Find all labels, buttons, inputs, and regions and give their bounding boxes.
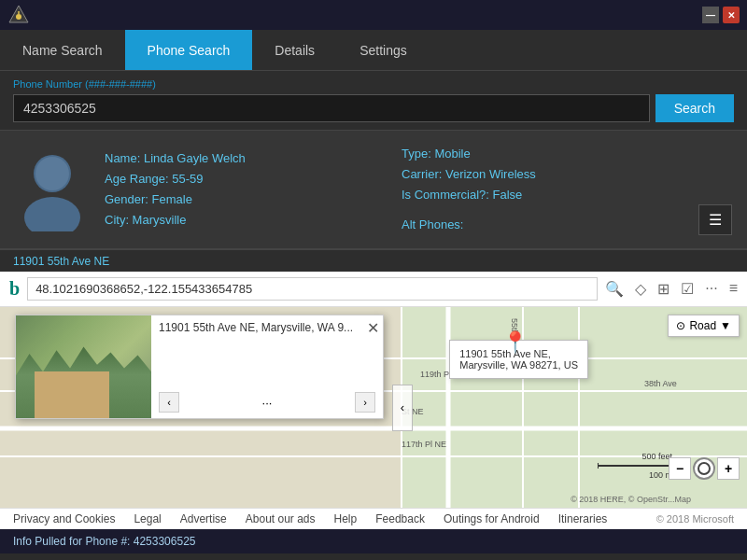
title-bar: — ✕ <box>0 0 747 30</box>
footer-outings[interactable]: Outings for Android <box>444 512 540 525</box>
footer-legal[interactable]: Legal <box>134 512 161 525</box>
hamburger-button[interactable]: ☰ <box>698 204 732 235</box>
minimize-button[interactable]: — <box>702 7 719 23</box>
map-background: 38th Ave 55th Ave NE 119th Pl NE St NE 1… <box>0 307 747 508</box>
profile-card: Name: Linda Gayle Welch Age Range: 55-59… <box>0 131 747 250</box>
road-icon: ⊙ <box>676 319 685 332</box>
footer-help[interactable]: Help <box>334 512 358 525</box>
zoom-slider[interactable] <box>693 457 715 480</box>
footer-advertise[interactable]: Advertise <box>180 512 227 525</box>
tab-phone-search[interactable]: Phone Search <box>125 30 253 70</box>
footer: Privacy and Cookies Legal Advertise Abou… <box>0 508 747 529</box>
map-popup-image <box>16 315 151 418</box>
map-popup-nav-prev[interactable]: ‹ <box>159 392 179 413</box>
svg-point-5 <box>35 157 69 190</box>
zoom-minus-button[interactable]: − <box>669 457 691 480</box>
scale-bar: 500 feet 100 m <box>598 452 672 480</box>
map-popup-nav-next[interactable]: › <box>355 392 375 413</box>
bing-toolbar: 🔍 ◇ ⊞ ☑ ··· ≡ <box>605 280 738 298</box>
avatar <box>15 147 90 231</box>
map-pin: 📍 <box>502 330 528 355</box>
zoom-controls: − + <box>669 457 740 480</box>
bing-dots-icon[interactable]: ··· <box>705 280 717 298</box>
profile-carrier: Carrier: Verizon Wireless <box>402 164 684 185</box>
tab-settings[interactable]: Settings <box>337 30 430 70</box>
search-row: Search <box>13 94 734 122</box>
map-popup-controls: ‹ ··· › <box>159 392 375 413</box>
profile-info-left: Name: Linda Gayle Welch Age Range: 55-59… <box>105 148 387 231</box>
address-bar: 11901 55th Ave NE <box>0 250 747 272</box>
svg-text:38th Ave: 38th Ave <box>644 379 677 388</box>
road-type-label: Road <box>689 319 716 332</box>
road-type-selector[interactable]: ⊙ Road ▼ <box>668 315 740 337</box>
profile-city: City: Marysville <box>105 210 387 231</box>
zoom-plus-button[interactable]: + <box>717 457 740 480</box>
bing-menu-icon[interactable]: ≡ <box>729 280 738 298</box>
close-button[interactable]: ✕ <box>723 7 740 23</box>
map-nav-arrow[interactable]: ‹ <box>392 385 413 431</box>
map-popup-close-button[interactable]: ✕ <box>367 319 379 337</box>
map-container[interactable]: 38th Ave 55th Ave NE 119th Pl NE St NE 1… <box>0 307 747 508</box>
map-popup-dots[interactable]: ··· <box>262 396 273 410</box>
app-logo-icon <box>7 4 30 26</box>
profile-type: Type: Mobile <box>402 144 684 164</box>
footer-about-ads[interactable]: About our ads <box>246 512 316 525</box>
profile-name: Name: Linda Gayle Welch <box>105 148 387 169</box>
footer-privacy[interactable]: Privacy and Cookies <box>13 512 115 525</box>
map-info-line2: Marysville, WA 98271, US <box>459 359 578 371</box>
svg-point-4 <box>24 197 80 231</box>
footer-feedback[interactable]: Feedback <box>375 512 425 525</box>
phone-input[interactable] <box>13 94 650 122</box>
svg-text:117th Pl NE: 117th Pl NE <box>402 440 446 449</box>
bing-check-icon[interactable]: ☑ <box>681 280 694 298</box>
map-popup-card: 11901 55th Ave NE, Marysville, WA 9... ‹… <box>15 315 384 419</box>
phone-number-label: Phone Number (###-###-####) <box>13 78 734 90</box>
map-popup-address: 11901 55th Ave NE, Marysville, WA 9... <box>159 321 375 392</box>
map-popup-house <box>35 371 109 418</box>
bing-grid-icon[interactable]: ⊞ <box>657 280 669 298</box>
scale-line: 500 feet 100 m <box>598 452 672 480</box>
status-text: Info Pulled for Phone #: 4253306525 <box>13 535 196 548</box>
map-popup-content: 11901 55th Ave NE, Marysville, WA 9... ‹… <box>151 315 383 418</box>
tab-name-search[interactable]: Name Search <box>0 30 125 70</box>
tab-bar: Name Search Phone Search Details Setting… <box>0 30 747 71</box>
road-dropdown-icon: ▼ <box>720 319 731 332</box>
bing-diamond-icon[interactable]: ◇ <box>635 280 646 298</box>
profile-alt-phones: Alt Phones: <box>402 215 684 235</box>
bing-search-icon[interactable]: 🔍 <box>605 280 624 298</box>
bing-search-bar: b 🔍 ◇ ⊞ ☑ ··· ≡ <box>0 272 747 307</box>
search-button[interactable]: Search <box>655 94 734 122</box>
title-bar-left <box>7 4 30 26</box>
bing-search-input[interactable] <box>27 277 598 301</box>
profile-info-right: Type: Mobile Carrier: Verizon Wireless I… <box>402 144 684 235</box>
profile-commercial: Is Commercial?: False <box>402 185 684 205</box>
address-text: 11901 55th Ave NE <box>13 255 109 268</box>
status-bar: Info Pulled for Phone #: 4253306525 <box>0 529 747 553</box>
bing-logo: b <box>9 278 20 300</box>
search-area: Phone Number (###-###-####) Search <box>0 71 747 131</box>
svg-point-1 <box>16 14 21 20</box>
footer-itineraries[interactable]: Itineraries <box>558 512 608 525</box>
footer-copyright: © 2018 Microsoft <box>656 513 734 525</box>
here-copyright: © 2018 HERE, © OpenStr...Map <box>571 495 691 504</box>
tab-details[interactable]: Details <box>252 30 337 70</box>
window-controls: — ✕ <box>702 7 740 23</box>
profile-age: Age Range: 55-59 <box>105 169 387 189</box>
profile-gender: Gender: Female <box>105 189 387 210</box>
